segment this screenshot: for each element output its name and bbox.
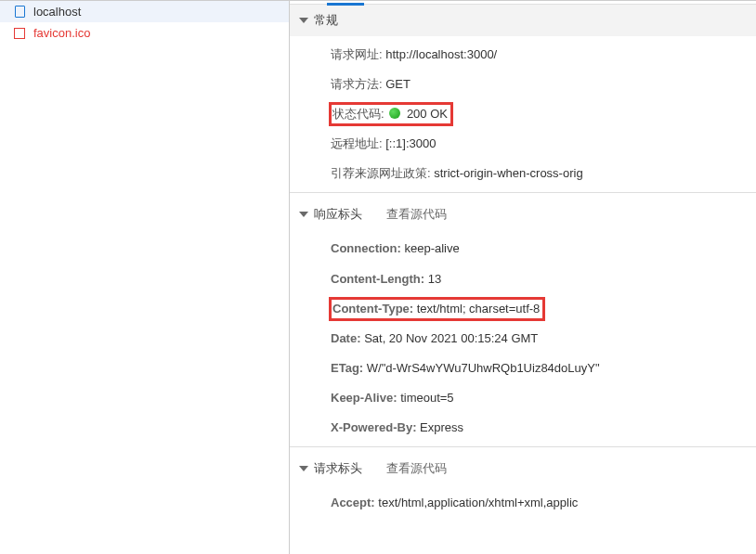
header-name: Content-Type: (332, 302, 413, 316)
response-header-list: Connection: keep-aliveContent-Length: 13… (290, 230, 756, 446)
active-tab-indicator (327, 3, 364, 6)
header-name: Date: (331, 331, 361, 345)
highlight-box: 状态代码: 200 OK (331, 104, 451, 124)
section-header-general[interactable]: 常规 (290, 5, 756, 36)
header-name: X-Powered-By: (331, 420, 416, 434)
view-source-link[interactable]: 查看源代码 (386, 206, 447, 223)
section-header-response[interactable]: 响应标头 查看源代码 (290, 199, 756, 230)
header-row: Keep-Alive: timeout=5 (327, 383, 756, 413)
header-row: Content-Length: 13 (327, 264, 756, 294)
chevron-down-icon (299, 466, 308, 471)
value: strict-origin-when-cross-orig (434, 166, 582, 180)
header-row: Content-Type: text/html; charset=utf-8 (327, 294, 756, 324)
request-list: localhost favicon.ico (0, 0, 290, 554)
section-title: 响应标头 (314, 206, 362, 223)
section-request-headers: 请求标头 查看源代码 Accept: text/html,application… (290, 453, 756, 522)
header-row: Date: Sat, 20 Nov 2021 00:15:24 GMT (327, 324, 756, 354)
row-request-url: 请求网址: http://localhost:3000/ (327, 40, 756, 70)
highlight-box: Content-Type: text/html; charset=utf-8 (331, 299, 543, 319)
value: [::1]:3000 (385, 136, 436, 150)
row-remote-address: 远程地址: [::1]:3000 (327, 129, 756, 159)
header-value: W/"d-WrS4wYWu7UhwRQb1Uiz84doLuyY" (363, 361, 599, 375)
header-name: ETag: (331, 361, 363, 375)
row-referrer-policy: 引荐来源网址政策: strict-origin-when-cross-orig (327, 159, 756, 188)
header-row: ETag: W/"d-WrS4wYWu7UhwRQb1Uiz84doLuyY" (327, 354, 756, 383)
value: 200 OK (407, 107, 448, 121)
header-value: keep-alive (401, 241, 460, 255)
general-list: 请求网址: http://localhost:3000/ 请求方法: GET 状… (290, 36, 756, 192)
section-title: 常规 (314, 12, 338, 29)
header-value: text/html; charset=utf-8 (413, 302, 540, 316)
header-name: Keep-Alive: (331, 391, 398, 405)
label: 引荐来源网址政策: (331, 166, 431, 180)
document-icon (13, 6, 26, 19)
label: 请求网址: (331, 47, 383, 61)
label: 状态代码: (332, 107, 385, 121)
row-status-code: 状态代码: 200 OK (327, 99, 756, 129)
section-title: 请求标头 (314, 460, 362, 477)
header-value: 13 (424, 272, 441, 286)
header-value: Express (416, 420, 463, 434)
view-source-link[interactable]: 查看源代码 (386, 460, 447, 477)
row-accept: Accept: text/html,application/xhtml+xml,… (327, 488, 756, 518)
header-value: Sat, 20 Nov 2021 00:15:24 GMT (361, 331, 539, 345)
header-name: Content-Length: (331, 272, 424, 286)
details-pane: 常规 请求网址: http://localhost:3000/ 请求方法: GE… (290, 0, 756, 554)
label: 远程地址: (331, 136, 383, 150)
header-row: X-Powered-By: Express (327, 413, 756, 443)
value: text/html,application/xhtml+xml,applic (378, 496, 578, 509)
header-value: timeout=5 (398, 391, 454, 405)
section-header-request[interactable]: 请求标头 查看源代码 (290, 453, 756, 484)
request-header-list: Accept: text/html,application/xhtml+xml,… (290, 484, 756, 522)
header-row: Connection: keep-alive (327, 234, 756, 264)
request-item-label: favicon.ico (33, 26, 90, 40)
request-item-localhost[interactable]: localhost (0, 1, 289, 22)
status-dot-icon (389, 108, 400, 119)
label: Accept: (331, 496, 375, 509)
label: 请求方法: (331, 77, 383, 91)
request-item-label: localhost (33, 5, 81, 19)
value: GET (385, 77, 411, 91)
request-item-favicon[interactable]: favicon.ico (0, 22, 289, 44)
section-response-headers: 响应标头 查看源代码 Connection: keep-aliveContent… (290, 199, 756, 447)
row-request-method: 请求方法: GET (327, 70, 756, 99)
value: http://localhost:3000/ (385, 47, 497, 61)
header-name: Connection: (331, 241, 401, 255)
chevron-down-icon (299, 18, 308, 23)
chevron-down-icon (299, 212, 308, 217)
section-general: 常规 请求网址: http://localhost:3000/ 请求方法: GE… (290, 5, 756, 193)
missing-icon (13, 27, 26, 40)
devtools-network-panel: localhost favicon.ico 常规 请求网址: http://lo… (0, 0, 756, 554)
tab-strip (290, 1, 756, 5)
